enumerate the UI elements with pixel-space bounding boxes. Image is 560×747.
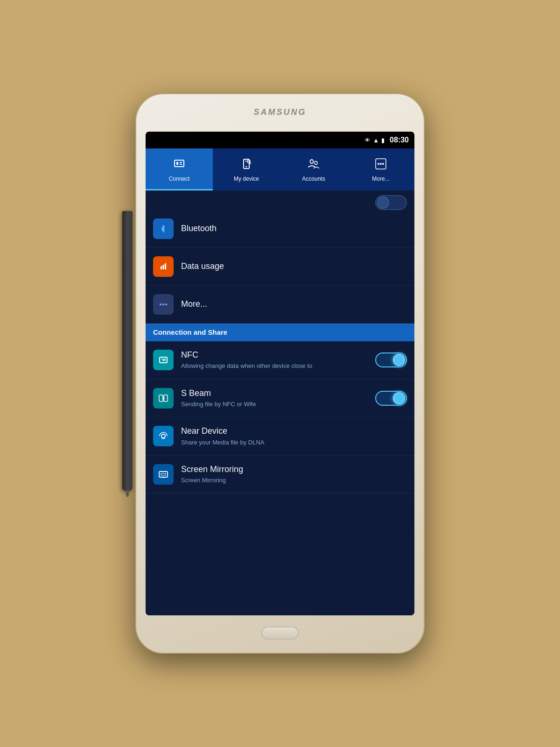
- svg-rect-25: [159, 395, 163, 402]
- bluetooth-toggle-knob: [377, 197, 389, 209]
- svg-rect-29: [161, 473, 166, 475]
- svg-rect-3: [180, 164, 182, 165]
- nfc-title: NFC: [181, 350, 375, 360]
- sbeam-toggle[interactable]: [375, 391, 407, 406]
- phone-device: SAMSUNG 👁 ▲ ▮ 08:30: [135, 93, 425, 654]
- svg-point-27: [161, 434, 165, 438]
- battery-icon: ▮: [381, 137, 385, 144]
- svg-point-22: [162, 303, 164, 305]
- near-device-text: Near Device Share your Media file by DLN…: [181, 426, 407, 447]
- more-icon: [374, 157, 387, 174]
- data-usage-text: Data usage: [181, 261, 407, 272]
- svg-rect-19: [163, 265, 164, 269]
- nfc-icon: [153, 350, 174, 370]
- tab-mydevice[interactable]: My device: [213, 148, 280, 190]
- settings-content: Bluetooth Data usage: [146, 190, 414, 615]
- tab-accounts-label: Accounts: [302, 176, 325, 182]
- signal-icon: ▲: [373, 137, 379, 144]
- nav-tabs: Connect My device: [146, 148, 414, 190]
- connection-share-header: Connection and Share: [146, 324, 414, 341]
- sbeam-toggle-knob: [393, 392, 405, 404]
- sbeam-setting[interactable]: S Beam Sending file by NFC or Wife: [146, 380, 414, 418]
- status-icons: 👁 ▲ ▮ 08:30: [364, 136, 409, 144]
- nfc-toggle-knob: [393, 354, 405, 366]
- svg-point-21: [160, 303, 161, 305]
- data-usage-setting[interactable]: Data usage: [146, 248, 414, 286]
- near-device-setting[interactable]: Near Device Share your Media file by DLN…: [146, 417, 414, 456]
- svg-point-14: [382, 163, 384, 165]
- screen-content: Connect My device: [146, 148, 414, 615]
- near-device-title: Near Device: [181, 426, 407, 437]
- bluetooth-title: Bluetooth: [181, 223, 407, 234]
- clock: 08:30: [390, 136, 409, 144]
- svg-rect-20: [165, 263, 166, 269]
- screen-mirroring-setting[interactable]: Screen Mirroring Screen Mirroring: [146, 456, 414, 494]
- sbeam-title: S Beam: [181, 388, 375, 399]
- bluetooth-icon: [153, 218, 174, 239]
- tab-connect[interactable]: Connect: [146, 148, 213, 190]
- tab-more[interactable]: More...: [347, 148, 414, 190]
- svg-point-12: [378, 163, 379, 165]
- svg-rect-1: [176, 162, 178, 165]
- screen-mirroring-title: Screen Mirroring: [181, 464, 407, 475]
- screen-mirroring-subtitle: Screen Mirroring: [181, 476, 407, 485]
- nfc-subtitle: Allowing change data when other device c…: [181, 362, 375, 370]
- svg-point-13: [380, 163, 382, 165]
- more-setting[interactable]: More...: [146, 286, 414, 324]
- svg-rect-28: [159, 472, 168, 477]
- nfc-text: NFC Allowing change data when other devi…: [181, 350, 375, 371]
- eye-icon: 👁: [364, 137, 371, 144]
- screen-mirroring-icon: [153, 464, 174, 485]
- data-usage-title: Data usage: [181, 261, 407, 272]
- screen-mirroring-text: Screen Mirroring Screen Mirroring: [181, 464, 407, 485]
- tab-connect-label: Connect: [169, 176, 190, 182]
- stylus-tip: [126, 490, 129, 497]
- home-button[interactable]: [261, 627, 299, 640]
- stylus: [122, 211, 133, 491]
- data-usage-icon: [153, 256, 174, 277]
- svg-point-23: [165, 303, 167, 305]
- status-bar: 👁 ▲ ▮ 08:30: [146, 132, 414, 148]
- mydevice-icon: [240, 157, 253, 174]
- connection-share-label: Connection and Share: [153, 328, 227, 336]
- tab-mydevice-label: My device: [234, 176, 259, 182]
- tab-more-label: More...: [372, 176, 389, 182]
- near-device-icon: [153, 426, 174, 446]
- connect-icon: [173, 157, 186, 174]
- bluetooth-toggle-row: [146, 190, 414, 210]
- bluetooth-text: Bluetooth: [181, 223, 407, 234]
- brand-logo: SAMSUNG: [253, 107, 306, 117]
- more-setting-icon: [153, 294, 174, 315]
- svg-rect-18: [161, 266, 162, 269]
- nfc-toggle[interactable]: [375, 352, 407, 367]
- near-device-subtitle: Share your Media file by DLNA: [181, 438, 407, 447]
- bluetooth-master-toggle[interactable]: [375, 195, 407, 210]
- svg-line-8: [250, 162, 251, 164]
- bluetooth-setting[interactable]: Bluetooth: [146, 210, 414, 248]
- svg-point-5: [246, 166, 247, 167]
- nfc-setting[interactable]: NFC Allowing change data when other devi…: [146, 341, 414, 380]
- phone-screen: 👁 ▲ ▮ 08:30 Conn: [146, 132, 414, 615]
- svg-rect-0: [175, 160, 184, 167]
- tab-accounts[interactable]: Accounts: [280, 148, 347, 190]
- more-setting-text: More...: [181, 299, 407, 310]
- svg-point-9: [310, 160, 314, 163]
- svg-rect-2: [180, 162, 182, 163]
- sbeam-text: S Beam Sending file by NFC or Wife: [181, 388, 375, 409]
- sbeam-icon: [153, 388, 174, 409]
- sbeam-subtitle: Sending file by NFC or Wife: [181, 400, 375, 409]
- accounts-icon: [307, 157, 320, 174]
- svg-point-10: [315, 161, 317, 164]
- more-setting-title: More...: [181, 299, 407, 310]
